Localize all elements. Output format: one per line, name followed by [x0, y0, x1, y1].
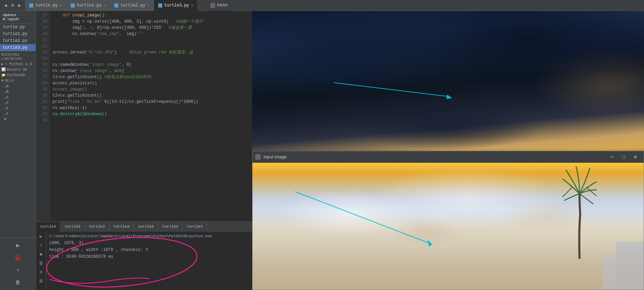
hhhh-image-window — [252, 11, 644, 155]
code-line-32: cv.waitKey(-1) — [52, 105, 249, 111]
maximize-button[interactable]: □ — [618, 153, 629, 161]
palm-tree-icon — [562, 163, 597, 259]
python-file-icon — [158, 3, 162, 8]
code-line-34 — [52, 117, 249, 123]
console-run-icon[interactable]: ▶ — [37, 233, 45, 240]
editor-area: 17 18 19 20 21 22 23 24 25 26 27 28 29 3… — [36, 11, 252, 290]
tab-bar: ◀ ⚙ ▶ turtle.py ✕ turtle1.py ✕ turtle2.p… — [0, 0, 644, 11]
code-line-27: t1=cv.getTickCount() #获取当前cpu转动的时间 — [52, 74, 249, 80]
console-clear-icon[interactable]: 🗑 — [37, 259, 45, 267]
sidebar-file-c3[interactable]: _c — [0, 105, 36, 111]
console-output[interactable]: C:\Users\Administrator\AppData\Local\Pro… — [46, 231, 252, 290]
code-line-29: #creat_image() — [52, 86, 249, 93]
code-line-28: access_piexls(src) — [52, 80, 249, 86]
building-shape-2 — [602, 255, 616, 290]
sidebar-file-c4[interactable]: _c — [0, 111, 36, 116]
close-button[interactable]: ✕ — [630, 153, 641, 161]
tab-close-icon[interactable]: ✕ — [191, 3, 194, 8]
console-tab-5[interactable]: turtle3 — [158, 222, 183, 231]
sidebar-file-a[interactable]: _a — [0, 83, 36, 89]
delete-button[interactable]: 🗑 — [13, 278, 23, 287]
code-line-31: print("time : %s ms" %((t2-t1)/cv.getTic… — [52, 99, 249, 105]
python-file-icon — [29, 3, 33, 8]
back-icon[interactable]: ◀ — [3, 2, 8, 9]
run-button[interactable]: ▶ — [13, 241, 23, 250]
run-icon[interactable]: ▶ — [17, 2, 22, 9]
hhhh-tab[interactable]: hhhh — [205, 0, 233, 11]
structure-button[interactable]: ⚡ — [13, 265, 23, 275]
console-stop-icon[interactable]: ■ — [37, 251, 45, 258]
settings-icon[interactable]: ⚙ — [10, 2, 15, 9]
sidebar-file-b[interactable]: _b — [0, 89, 36, 94]
code-line-23: src=cv.imread("D:\hh.JPG") #blue green r… — [52, 49, 249, 56]
sidebar-python36[interactable]: ▶ < Python 3.6 — [0, 61, 36, 67]
code-container: 17 18 19 20 21 22 23 24 25 26 27 28 29 3… — [36, 11, 252, 221]
input-image-titlebar: input image − □ ✕ — [253, 151, 644, 163]
console-settings-icon[interactable]: ⚙ — [37, 268, 45, 276]
code-line-18: img = np.zeros([400, 400, 3], np.uint8) … — [52, 19, 249, 25]
console-line-3: time : 9240.69136106578 ms — [49, 253, 249, 260]
debug-button[interactable]: 🐞 — [13, 253, 23, 263]
image-tab-icon — [210, 3, 215, 8]
sidebar-python36-folder[interactable]: 📁 Python36 — [0, 72, 36, 78]
tab-label: turtle1.py — [77, 3, 102, 8]
tab-turtle2-py[interactable]: turtle2.py ✕ — [110, 0, 154, 11]
console-down-icon[interactable]: ⬇ — [37, 242, 45, 249]
code-line-24 — [52, 56, 249, 62]
console-tab-bar: turtle3 turtle3 turtle3 turtle3 turtle3 … — [36, 222, 252, 231]
code-line-26: cv.imshow('input image', src) — [52, 68, 249, 74]
console-tab-4[interactable]: turtle3 — [134, 222, 158, 231]
code-line-17: def creat_image(): — [52, 12, 249, 19]
console-area: turtle3 turtle3 turtle3 turtle3 turtle3 … — [36, 221, 252, 290]
project-header: opencv D:\pych — [0, 11, 36, 24]
tab-turtle-py[interactable]: turtle.py ✕ — [25, 0, 66, 11]
image-windows-area: input image − □ ✕ — [252, 11, 644, 290]
sidebar: opencv D:\pych turtle.py turtle1.py turt… — [0, 11, 36, 290]
console-tab-1[interactable]: turtle3 — [60, 222, 85, 231]
sidebar-file-c1[interactable]: _c — [0, 94, 36, 100]
sidebar-item-turtle1-py[interactable]: turtle1.py — [0, 31, 36, 37]
console-line-2: height : 800 , width :1078 , channels: 3 — [49, 246, 249, 253]
code-line-33: cv.destoryAllWindows() — [52, 111, 249, 117]
tab-label: turtle2.py — [120, 3, 145, 8]
code-line-22 — [52, 43, 249, 49]
sidebar-bottom-icons: ▶ 🐞 ⚡ 🗑 — [0, 238, 36, 290]
tab-close-icon[interactable]: ✕ — [60, 3, 62, 8]
window-controls: − □ ✕ — [607, 153, 641, 161]
code-content[interactable]: def creat_image(): img = np.zeros([400, … — [50, 11, 252, 221]
folder-icon: 📁 — [1, 73, 5, 77]
sidebar-item-turtle3-py[interactable]: turtle3.py — [0, 44, 36, 51]
toolbar-left: ◀ ⚙ ▶ — [0, 2, 25, 9]
code-line-21 — [52, 37, 249, 43]
console-tab-6[interactable]: turtle3 — [183, 222, 207, 231]
code-line-25: cv.namedWindow('input image', 0) — [52, 62, 249, 68]
building-shape — [616, 242, 644, 290]
hhhh-tab-label: hhhh — [217, 3, 228, 8]
console-line-1: (800, 1078, 3) — [49, 240, 249, 246]
sidebar-item-turtle-py[interactable]: turtle.py — [0, 24, 36, 31]
sidebar-binary-sk[interactable]: 📊 Binary Sk — [0, 67, 36, 72]
minimize-button[interactable]: − — [607, 153, 618, 161]
expand-icon: ▶ — [1, 62, 3, 66]
expand-icon: ▼ — [1, 79, 3, 83]
sidebar-file-e[interactable]: e — [0, 116, 36, 122]
line-numbers: 17 18 19 20 21 22 23 24 25 26 27 28 29 3… — [36, 11, 50, 221]
tab-close-icon[interactable]: ✕ — [104, 3, 106, 8]
sidebar-dlls[interactable]: ▼ DLLs — [0, 78, 36, 83]
main-area: opencv D:\pych turtle.py turtle1.py turt… — [0, 11, 644, 290]
sidebar-file-c2[interactable]: _c — [0, 100, 36, 105]
console-trash-icon[interactable]: 🗑 — [37, 277, 45, 285]
console-tab-0[interactable]: turtle3 — [36, 222, 60, 231]
console-tab-3[interactable]: turtle3 — [109, 222, 134, 231]
tab-close-icon[interactable]: ✕ — [147, 3, 150, 8]
sidebar-item-turtle2-py[interactable]: turtle2.py — [0, 37, 36, 44]
tab-turtle1-py[interactable]: turtle1.py ✕ — [67, 0, 110, 11]
code-line-20: cv.imshow("new_img", img)''' — [52, 31, 249, 37]
sidebar-external-libraries: External Libraries — [0, 51, 36, 61]
hhhh-sky-image — [252, 11, 644, 155]
console-tab-2[interactable]: turtle3 — [85, 222, 109, 231]
input-image-content — [253, 163, 644, 290]
tab-label: turtle3.py — [164, 3, 189, 8]
tab-turtle3-py[interactable]: turtle3.py ✕ — [154, 0, 198, 11]
input-image-title: input image — [264, 154, 607, 159]
